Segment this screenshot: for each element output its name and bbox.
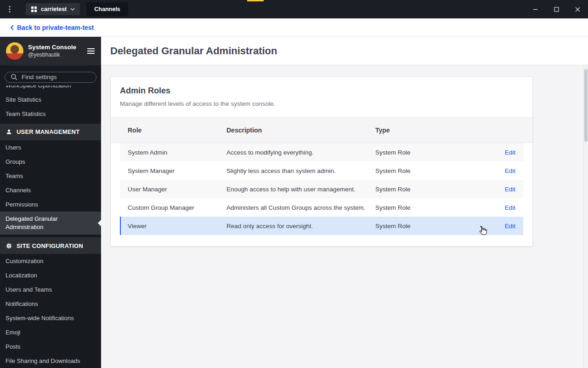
back-link[interactable]: Back to private-team-test (10, 24, 94, 31)
sidebar-item-posts[interactable]: Posts (0, 339, 101, 354)
sidebar-item-localization[interactable]: Localization (0, 268, 101, 282)
sidebar-item-emoji[interactable]: Emoji (0, 325, 101, 339)
table-row-user-manager[interactable]: User ManagerEnough access to help with u… (120, 180, 523, 198)
description-cell: Read only access for oversight. (226, 223, 375, 230)
main-area: Delegated Granular Administration Admin … (101, 37, 588, 368)
role-cell: Custom Group Manager (128, 204, 226, 211)
role-cell: Viewer (128, 223, 226, 230)
find-settings-input[interactable]: Find settings (5, 72, 96, 83)
app-window: carrietest Channels Back to private-team… (0, 0, 588, 368)
vertical-scrollbar[interactable] (583, 65, 588, 368)
page-body: Admin Roles Manage different levels of a… (101, 65, 588, 368)
sidebar-item-file-sharing-and-downloads[interactable]: File Sharing and Downloads (0, 354, 101, 368)
user-icon (6, 128, 12, 135)
type-cell: System Role (375, 186, 488, 193)
page-title: Delegated Granular Administration (110, 45, 277, 57)
tab-channels[interactable]: Channels (86, 2, 128, 16)
type-cell: System Role (375, 223, 488, 230)
sidebar-item-teams[interactable]: Teams (0, 169, 101, 183)
table-header-row: RoleDescriptionType (111, 117, 532, 143)
menu-icon[interactable] (87, 48, 95, 54)
table-row-system-admin[interactable]: System AdminAccess to modifying everythi… (120, 143, 523, 161)
actions-cell: Edit (488, 204, 515, 211)
actions-cell: Edit (488, 167, 515, 174)
gear-icon (6, 242, 12, 249)
close-icon (575, 7, 580, 12)
table-row-custom-group-manager[interactable]: Custom Group ManagerAdministers all Cust… (120, 198, 523, 217)
page-header: Delegated Granular Administration (101, 37, 588, 65)
sidebar-item-users-and-teams[interactable]: Users and Teams (0, 282, 101, 297)
sidebar-item-notifications[interactable]: Notifications (0, 297, 101, 311)
section-user-management: USER MANAGEMENT (0, 124, 101, 140)
clipped-scroll-item: WorkSpace Optimization (0, 86, 101, 92)
edit-link-user-manager[interactable]: Edit (505, 186, 515, 193)
team-selector-label: carrietest (41, 6, 67, 12)
actions-cell: Edit (488, 149, 515, 156)
type-cell: System Role (375, 167, 488, 174)
vertical-dots-icon (9, 6, 11, 13)
console-header-text: System Console @yesbhautik (28, 44, 82, 58)
scrollbar-thumb[interactable] (584, 69, 588, 142)
column-header-description: Description (226, 126, 375, 134)
back-bar: Back to private-team-test (0, 18, 588, 37)
console-username: @yesbhautik (28, 52, 82, 59)
search-placeholder: Find settings (22, 74, 57, 80)
sidebar-item-users[interactable]: Users (0, 140, 101, 155)
edit-link-system-manager[interactable]: Edit (505, 167, 515, 174)
column-header-type: Type (375, 126, 488, 134)
yellow-indicator (247, 0, 264, 1)
description-cell: Administers all Custom Groups across the… (226, 204, 375, 211)
sidebar-item-customization[interactable]: Customization (0, 254, 101, 268)
actions-cell: Edit (488, 223, 515, 230)
sidebar-item-system-wide-notifications[interactable]: System-wide Notifications (0, 311, 101, 325)
description-cell: Access to modifying everything. (226, 149, 375, 156)
back-link-label: Back to private-team-test (17, 24, 94, 31)
section-label: USER MANAGEMENT (17, 128, 79, 135)
table-row-system-manager[interactable]: System ManagerSlightly less access than … (120, 161, 523, 180)
window-controls (525, 0, 588, 18)
sidebar-item-channels[interactable]: Channels (0, 183, 101, 197)
maximize-icon (554, 7, 559, 12)
card-title: Admin Roles (120, 86, 523, 96)
sidebar-item-groups[interactable]: Groups (0, 155, 101, 169)
edit-link-custom-group-manager[interactable]: Edit (505, 204, 515, 211)
sidebar-item-delegated-granular-administration[interactable]: Delegated Granular Administration (0, 212, 101, 235)
card-subtitle: Manage different levels of access to the… (120, 100, 523, 107)
description-cell: Slightly less access than system admin. (226, 167, 375, 174)
sidebar-item-workspace-optimization[interactable]: WorkSpace Optimization (0, 86, 101, 92)
role-cell: System Manager (128, 167, 226, 174)
description-cell: Enough access to help with user manageme… (226, 186, 375, 193)
section-label: SITE CONFIGURATION (17, 242, 83, 249)
actions-cell: Edit (488, 186, 515, 193)
edit-link-system-admin[interactable]: Edit (505, 149, 515, 156)
close-button[interactable] (567, 0, 588, 18)
avatar (6, 42, 23, 60)
maximize-button[interactable] (546, 0, 567, 18)
admin-roles-card: Admin Roles Manage different levels of a… (110, 76, 533, 247)
minimize-button[interactable] (525, 0, 546, 18)
team-selector-button[interactable]: carrietest (26, 3, 80, 15)
sidebar-item-permissions[interactable]: Permissions (0, 197, 101, 212)
type-cell: System Role (375, 204, 488, 211)
chevron-down-icon (70, 8, 75, 11)
titlebar: carrietest Channels (0, 0, 588, 18)
system-console-sidebar: System Console @yesbhautik Find settings… (0, 37, 101, 368)
table-row-viewer[interactable]: ViewerRead only access for oversight.Sys… (120, 217, 523, 235)
sidebar-item-site-statistics[interactable]: Site Statistics (0, 92, 101, 107)
type-cell: System Role (375, 149, 488, 156)
app-menu-icon[interactable] (0, 6, 19, 13)
chevron-left-icon (10, 25, 14, 30)
role-cell: User Manager (128, 186, 226, 193)
edit-link-viewer[interactable]: Edit (505, 223, 515, 230)
column-header-role: Role (128, 126, 226, 134)
section-site-configuration: SITE CONFIGURATION (0, 237, 101, 254)
console-header[interactable]: System Console @yesbhautik (0, 37, 101, 65)
sidebar-nav: WorkSpace OptimizationSite StatisticsTea… (0, 86, 101, 368)
console-title: System Console (28, 44, 82, 52)
sidebar-item-team-statistics[interactable]: Team Statistics (0, 107, 101, 121)
server-grid-icon (31, 6, 37, 12)
minimize-icon (533, 7, 538, 12)
search-icon (11, 74, 17, 80)
table-body: System AdminAccess to modifying everythi… (111, 143, 532, 246)
card-header: Admin Roles Manage different levels of a… (111, 77, 532, 117)
